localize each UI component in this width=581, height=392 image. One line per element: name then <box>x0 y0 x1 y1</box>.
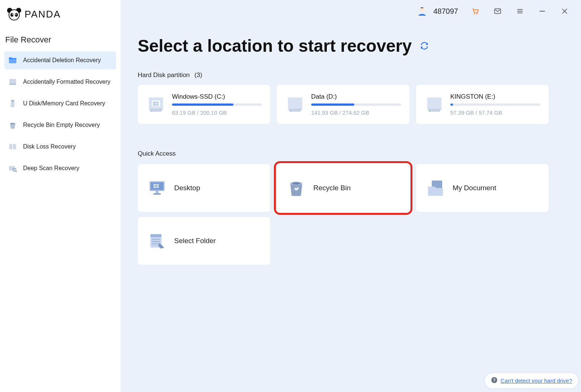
disk-card-c[interactable]: Windows-SSD (C:) 63.19 GB / 200.10 GB <box>138 85 270 124</box>
quick-label: Select Folder <box>174 237 216 245</box>
sidebar-item-accidental-deletion[interactable]: Accidental Deletion Recovery <box>4 51 116 69</box>
disk-usage-fill <box>172 103 233 106</box>
usb-icon <box>8 99 17 108</box>
sidebar-item-label: Disk Loss Recovery <box>23 143 76 150</box>
sidebar-section-title: File Recover <box>0 31 121 50</box>
svg-point-41 <box>429 111 430 111</box>
svg-point-21 <box>420 8 424 12</box>
svg-rect-34 <box>156 102 159 103</box>
user-id: 487097 <box>433 7 458 16</box>
svg-point-51 <box>292 182 300 185</box>
sidebar-item-label: Accidentally Formatted Recovery <box>23 79 111 85</box>
disk-windows-icon <box>146 95 166 115</box>
disk-size: 57.39 GB / 57.74 GB <box>450 109 540 116</box>
disk-size: 141.93 GB / 274.62 GB <box>311 109 401 116</box>
main-area: 487097 <box>121 0 581 392</box>
disk-broken-icon <box>8 142 17 151</box>
brand-logo: PANDA <box>0 4 121 31</box>
svg-rect-11 <box>11 102 15 107</box>
svg-rect-54 <box>150 234 162 237</box>
quick-card-select-folder[interactable]: Select Folder <box>138 217 270 265</box>
drive-icon <box>8 77 17 86</box>
disk-usage-bar <box>311 103 401 106</box>
svg-rect-36 <box>156 104 159 106</box>
svg-rect-46 <box>153 186 156 188</box>
titlebar: 487097 <box>121 0 581 21</box>
sidebar-item-usb[interactable]: U Disk/Memory Card Recovery <box>4 95 116 112</box>
svg-point-39 <box>290 111 291 111</box>
menu-icon[interactable] <box>512 4 528 18</box>
disk-name: KINGSTON (E:) <box>450 93 540 101</box>
disks-count: (3) <box>195 71 202 79</box>
svg-point-5 <box>12 14 13 15</box>
svg-rect-10 <box>11 100 14 102</box>
sidebar-item-disk-loss[interactable]: Disk Loss Recovery <box>4 138 116 156</box>
disk-usage-fill <box>311 103 354 106</box>
sidebar-item-formatted[interactable]: Accidentally Formatted Recovery <box>4 73 116 91</box>
quick-row: Desktop Recycle Bin <box>138 164 564 212</box>
quick-heading: Quick Access <box>138 150 564 157</box>
svg-point-4 <box>15 13 18 17</box>
svg-rect-15 <box>9 144 12 149</box>
quick-card-desktop[interactable]: Desktop <box>138 164 270 212</box>
svg-rect-12 <box>12 101 13 101</box>
svg-point-3 <box>10 13 13 17</box>
refresh-icon[interactable] <box>419 41 430 51</box>
svg-line-19 <box>16 171 17 172</box>
cart-icon[interactable] <box>467 4 483 18</box>
svg-point-14 <box>10 123 15 124</box>
help-bubble[interactable]: ? Can't detect your hard drive? <box>485 373 578 388</box>
svg-point-6 <box>16 14 17 15</box>
avatar-icon[interactable] <box>417 6 427 16</box>
quick-card-my-document[interactable]: My Document <box>416 164 549 212</box>
sidebar-item-label: Recycle Bin Empty Recovery <box>23 122 100 128</box>
svg-rect-7 <box>9 79 16 83</box>
svg-rect-40 <box>427 98 441 109</box>
sidebar: PANDA File Recover Accidental Deletion R… <box>0 0 121 392</box>
svg-rect-47 <box>156 186 159 188</box>
svg-rect-13 <box>13 101 14 101</box>
quick-row: Select Folder <box>138 217 564 265</box>
magnify-drive-icon <box>8 164 17 173</box>
sidebar-item-label: Accidental Deletion Recovery <box>23 57 101 64</box>
svg-rect-33 <box>153 102 156 103</box>
disk-usage-fill <box>450 103 453 106</box>
desktop-icon <box>147 178 167 198</box>
quick-card-recycle-bin[interactable]: Recycle Bin <box>277 164 409 212</box>
svg-rect-38 <box>288 98 302 109</box>
svg-rect-44 <box>153 184 156 186</box>
sidebar-nav: Accidental Deletion Recovery Accidentall… <box>0 50 121 179</box>
disk-info: Data (D:) 141.93 GB / 274.62 GB <box>311 93 401 116</box>
quick-label: Recycle Bin <box>313 184 351 192</box>
minimize-icon[interactable] <box>534 4 550 18</box>
select-folder-icon <box>147 231 167 251</box>
page-title-row: Select a location to start recovery <box>138 36 564 56</box>
sidebar-item-label: Deep Scan Recovery <box>23 165 79 172</box>
disk-card-d[interactable]: Data (D:) 141.93 GB / 274.62 GB <box>277 85 409 124</box>
brand-name: PANDA <box>25 9 61 20</box>
close-icon[interactable] <box>556 4 573 18</box>
sidebar-item-deep-scan[interactable]: Deep Scan Recovery <box>4 159 116 177</box>
bin-small-icon <box>8 121 17 130</box>
panda-logo-icon <box>7 7 22 22</box>
folder-icon <box>8 56 17 65</box>
disk-name: Windows-SSD (C:) <box>172 93 262 101</box>
disk-card-e[interactable]: KINGSTON (E:) 57.39 GB / 57.74 GB <box>416 85 549 124</box>
help-icon: ? <box>491 377 498 385</box>
mail-icon[interactable] <box>489 4 506 18</box>
content: Select a location to start recovery Hard… <box>121 21 581 392</box>
document-icon <box>426 178 445 198</box>
disks-label: Hard Disk partition <box>138 71 190 79</box>
sidebar-item-label: U Disk/Memory Card Recovery <box>23 100 105 107</box>
svg-text:?: ? <box>493 378 495 382</box>
disk-size: 63.19 GB / 200.10 GB <box>172 109 262 116</box>
sidebar-item-recycle-bin[interactable]: Recycle Bin Empty Recovery <box>4 116 116 134</box>
disk-data-icon <box>285 95 305 115</box>
svg-point-22 <box>474 13 475 15</box>
svg-rect-35 <box>153 104 156 106</box>
disk-list: Windows-SSD (C:) 63.19 GB / 200.10 GB <box>138 85 564 124</box>
svg-rect-49 <box>153 193 161 195</box>
disks-heading: Hard Disk partition (3) <box>138 71 564 79</box>
svg-point-37 <box>150 111 152 111</box>
quick-grid: Desktop Recycle Bin <box>138 164 564 265</box>
